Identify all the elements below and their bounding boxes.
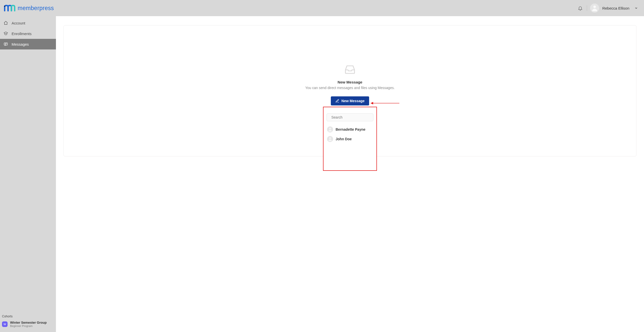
svg-rect-2 bbox=[4, 43, 8, 45]
contact-avatar bbox=[327, 126, 333, 132]
sidebar-nav: Account Enrollments Messages bbox=[0, 18, 56, 49]
svg-point-7 bbox=[329, 137, 331, 139]
avatar-placeholder-icon bbox=[591, 4, 598, 12]
contact-search[interactable] bbox=[327, 113, 373, 121]
contact-item[interactable]: Bernadette Payne bbox=[327, 125, 373, 133]
logo-text: memberpress bbox=[18, 5, 54, 12]
sidebar-item-label: Enrollments bbox=[12, 32, 31, 36]
header-divider bbox=[587, 5, 587, 11]
empty-state: New Message You can send direct messages… bbox=[305, 63, 395, 105]
edit-icon bbox=[335, 99, 339, 103]
contact-name: John Doe bbox=[336, 137, 352, 141]
svg-point-6 bbox=[329, 128, 331, 129]
contacts-dropdown: Bernadette Payne John Doe bbox=[323, 107, 377, 171]
sidebar-item-label: Messages bbox=[12, 42, 29, 46]
home-icon bbox=[4, 21, 8, 25]
user-avatar[interactable] bbox=[590, 4, 599, 13]
new-message-button-label: New Message bbox=[341, 99, 365, 103]
chevron-down-icon[interactable] bbox=[634, 6, 638, 10]
cohorts-heading: Cohorts bbox=[2, 315, 54, 318]
user-name: Rebecca Ellison bbox=[602, 6, 629, 10]
cohort-subtitle: Beginner Program bbox=[10, 324, 47, 327]
contact-item[interactable]: John Doe bbox=[327, 135, 373, 143]
avatar-placeholder-icon bbox=[328, 127, 333, 132]
notifications-button[interactable] bbox=[577, 5, 584, 12]
cohort-title: Winter Semester Group bbox=[10, 321, 47, 324]
contact-name: Bernadette Payne bbox=[336, 127, 365, 131]
sidebar-item-enrollments[interactable]: Enrollments bbox=[0, 28, 56, 39]
enrollments-icon bbox=[4, 31, 8, 36]
main-content: New Message You can send direct messages… bbox=[56, 16, 644, 332]
cohorts-section: Cohorts W Winter Semester Group Beginner… bbox=[0, 312, 56, 332]
messages-icon bbox=[4, 42, 8, 46]
empty-subtitle: You can send direct messages and files u… bbox=[305, 86, 395, 90]
sidebar: Account Enrollments Messages Cohorts W W… bbox=[0, 16, 56, 332]
cohort-item[interactable]: W Winter Semester Group Beginner Program bbox=[2, 321, 54, 327]
bell-icon bbox=[578, 6, 583, 11]
inbox-icon bbox=[344, 63, 356, 75]
new-message-button[interactable]: New Message bbox=[331, 96, 369, 105]
logo[interactable]: memberpress bbox=[4, 4, 54, 12]
avatar-placeholder-icon bbox=[328, 136, 333, 142]
svg-point-0 bbox=[4, 6, 5, 7]
header: memberpress Rebecca Ellison bbox=[0, 0, 644, 16]
contact-search-input[interactable] bbox=[331, 115, 375, 119]
logo-mark-icon bbox=[4, 4, 16, 12]
cohort-badge: W bbox=[2, 321, 8, 327]
svg-point-1 bbox=[593, 6, 596, 8]
contact-avatar bbox=[327, 136, 333, 142]
sidebar-item-messages[interactable]: Messages bbox=[0, 39, 56, 49]
sidebar-item-account[interactable]: Account bbox=[0, 18, 56, 28]
messages-card: New Message You can send direct messages… bbox=[63, 25, 636, 156]
empty-title: New Message bbox=[338, 80, 362, 84]
sidebar-item-label: Account bbox=[12, 21, 25, 25]
